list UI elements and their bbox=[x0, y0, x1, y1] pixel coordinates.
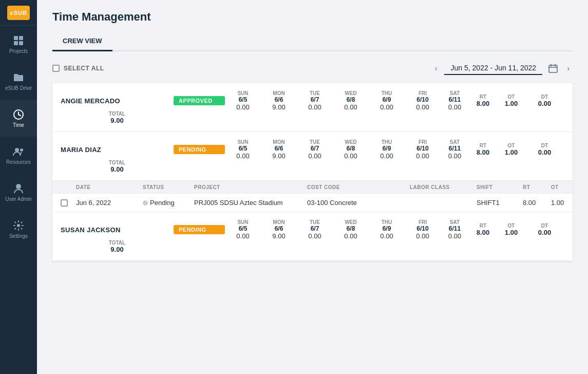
sidebar: eSUB Projects eSUB Drive bbox=[0, 0, 37, 374]
svg-point-10 bbox=[17, 224, 20, 227]
maria-dt: DT 0.00 bbox=[525, 143, 564, 156]
susan-rt: RT 8.00 bbox=[469, 223, 497, 236]
prev-week-button[interactable]: ‹ bbox=[432, 62, 441, 74]
maria-wed: WED 6/8 0.00 bbox=[333, 139, 369, 160]
toolbar: SELECT ALL ‹ › bbox=[52, 62, 573, 75]
susan-thu: THU 6/9 0.00 bbox=[369, 219, 405, 240]
angie-total: TOTAL 9.00 bbox=[61, 111, 174, 124]
svg-rect-11 bbox=[549, 65, 557, 72]
svg-rect-1 bbox=[19, 36, 23, 40]
detail-data-row-maria: Jun 6, 2022 Pending PRJ005 SDSU Aztec St… bbox=[52, 194, 573, 212]
angie-mon: MON 6/6 9.00 bbox=[261, 90, 297, 111]
angie-ot: OT 1.00 bbox=[497, 94, 525, 107]
maria-rt: RT 8.00 bbox=[469, 143, 497, 156]
person-icon bbox=[12, 183, 25, 194]
main-content: Time Management CREW VIEW SELECT ALL ‹ bbox=[37, 0, 588, 374]
logo-area: eSUB bbox=[0, 0, 37, 26]
svg-point-9 bbox=[16, 184, 21, 189]
date-nav: ‹ › bbox=[432, 62, 573, 75]
sidebar-item-resources[interactable]: Resources bbox=[0, 137, 37, 174]
settings-label: Settings bbox=[9, 233, 28, 239]
angie-tue: TUE 6/7 0.00 bbox=[297, 90, 333, 111]
maria-sun: SUN 6/5 0.00 bbox=[225, 139, 261, 160]
col-laborclass: LABOR CLASS bbox=[410, 184, 477, 190]
susan-dt: DT 0.00 bbox=[525, 223, 564, 236]
page-title: Time Management bbox=[52, 10, 573, 24]
select-all-label: SELECT ALL bbox=[64, 65, 104, 72]
detail-date: Jun 6, 2022 bbox=[76, 199, 143, 207]
page-header: Time Management CREW VIEW bbox=[37, 0, 588, 51]
angie-dt: DT 0.00 bbox=[525, 94, 564, 107]
detail-rt-val: 8.00 bbox=[523, 199, 551, 207]
date-range-input[interactable] bbox=[444, 62, 542, 75]
svg-rect-3 bbox=[19, 41, 23, 45]
susan-sun: SUN 6/5 0.00 bbox=[225, 219, 261, 240]
calendar-button[interactable] bbox=[546, 62, 560, 75]
angie-rt: RT 8.00 bbox=[469, 94, 497, 107]
angie-fri: FRI 6/10 0.00 bbox=[405, 90, 441, 111]
sidebar-item-time[interactable]: Time bbox=[0, 100, 37, 137]
maria-name: MARIA DIAZ bbox=[61, 146, 174, 154]
susan-wed: WED 6/8 0.00 bbox=[333, 219, 369, 240]
detail-status-text: Pending bbox=[150, 199, 175, 207]
employee-row-angie: ANGIE MERCADO APPROVED SUN 6/5 0.00 MON … bbox=[52, 83, 573, 132]
time-label: Time bbox=[13, 122, 24, 128]
detail-row-checkbox[interactable] bbox=[61, 199, 68, 207]
maria-ot: OT 1.00 bbox=[497, 143, 525, 156]
detail-project: PRJ005 SDSU Aztec Stadium bbox=[194, 199, 307, 207]
sidebar-item-projects[interactable]: Projects bbox=[0, 26, 37, 63]
svg-rect-2 bbox=[14, 41, 18, 45]
select-all-checkbox[interactable] bbox=[52, 65, 60, 72]
content-area: SELECT ALL ‹ › bbox=[37, 51, 588, 374]
col-rt: RT bbox=[523, 184, 551, 190]
employee-header-angie: ANGIE MERCADO APPROVED SUN 6/5 0.00 MON … bbox=[52, 83, 573, 132]
sidebar-item-drive[interactable]: eSUB Drive bbox=[0, 63, 37, 100]
folder-icon bbox=[12, 72, 25, 83]
col-status: STATUS bbox=[143, 184, 194, 190]
employee-row-maria: MARIA DIAZ PENDING SUN 6/5 0.00 MON 6/6 … bbox=[52, 132, 573, 212]
angie-sun: SUN 6/5 0.00 bbox=[225, 90, 261, 111]
tab-crew-view[interactable]: CREW VIEW bbox=[52, 32, 112, 51]
svg-point-7 bbox=[15, 148, 19, 152]
susan-mon: MON 6/6 9.00 bbox=[261, 219, 297, 240]
crew-table: ANGIE MERCADO APPROVED SUN 6/5 0.00 MON … bbox=[52, 83, 573, 261]
employee-header-maria: MARIA DIAZ PENDING SUN 6/5 0.00 MON 6/6 … bbox=[52, 132, 573, 180]
maria-mon: MON 6/6 9.00 bbox=[261, 139, 297, 160]
susan-status: PENDING bbox=[174, 225, 225, 234]
useradmin-label: User Admin bbox=[5, 196, 32, 202]
clock-icon bbox=[12, 109, 25, 120]
sidebar-item-useradmin[interactable]: User Admin bbox=[0, 174, 37, 211]
logo-text: eSUB bbox=[10, 10, 27, 16]
maria-fri: FRI 6/10 0.00 bbox=[405, 139, 441, 160]
people-icon bbox=[12, 146, 25, 157]
grid-icon bbox=[12, 35, 25, 46]
susan-fri: FRI 6/10 0.00 bbox=[405, 219, 441, 240]
maria-detail-section: DATE STATUS PROJECT COST CODE LABOR CLAS… bbox=[52, 180, 573, 212]
detail-ot-val: 1.00 bbox=[551, 199, 573, 207]
logo-box: eSUB bbox=[7, 6, 30, 20]
susan-sat: SAT 6/11 0.00 bbox=[441, 219, 469, 240]
next-week-button[interactable]: › bbox=[564, 62, 573, 74]
sidebar-item-settings[interactable]: Settings bbox=[0, 211, 37, 248]
col-costcode: COST CODE bbox=[307, 184, 410, 190]
maria-tue: TUE 6/7 0.00 bbox=[297, 139, 333, 160]
select-all-area: SELECT ALL bbox=[52, 65, 104, 72]
status-dot bbox=[143, 200, 148, 205]
employee-row-susan: SUSAN JACKSON PENDING SUN 6/5 0.00 MON 6… bbox=[52, 212, 573, 261]
tabs-bar: CREW VIEW bbox=[52, 32, 573, 51]
detail-shift: SHIFT1 bbox=[477, 199, 523, 207]
projects-label: Projects bbox=[9, 48, 28, 54]
svg-line-6 bbox=[18, 115, 21, 116]
maria-status: PENDING bbox=[174, 145, 225, 154]
angie-sat: SAT 6/11 0.00 bbox=[441, 90, 469, 111]
resources-label: Resources bbox=[6, 159, 31, 165]
angie-thu: THU 6/9 0.00 bbox=[369, 90, 405, 111]
col-shift: SHIFT bbox=[477, 184, 523, 190]
detail-status-cell: Pending bbox=[143, 199, 194, 207]
col-ot: OT bbox=[551, 184, 573, 190]
susan-name: SUSAN JACKSON bbox=[61, 226, 174, 234]
susan-tue: TUE 6/7 0.00 bbox=[297, 219, 333, 240]
maria-thu: THU 6/9 0.00 bbox=[369, 139, 405, 160]
angie-name: ANGIE MERCADO bbox=[61, 97, 174, 105]
angie-wed: WED 6/8 0.00 bbox=[333, 90, 369, 111]
